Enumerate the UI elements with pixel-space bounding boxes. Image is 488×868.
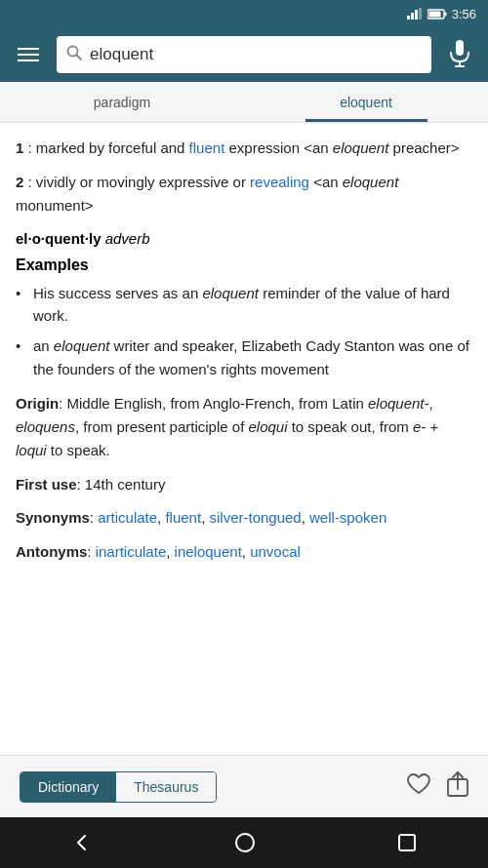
hamburger-button[interactable]: [10, 40, 47, 69]
favorite-button[interactable]: [406, 771, 431, 803]
status-time: 3:56: [452, 7, 476, 21]
tab-paradigm[interactable]: paradigm: [0, 82, 244, 122]
first-use-section: First use: 14th century: [16, 476, 472, 493]
recent-button[interactable]: [397, 833, 417, 852]
examples-title: Examples: [16, 256, 472, 274]
content-area: 1 : marked by forceful and fluent expres…: [0, 123, 488, 755]
antonym-ineloquent[interactable]: ineloquent: [175, 543, 242, 560]
definition-1: 1 : marked by forceful and fluent expres…: [16, 137, 472, 159]
svg-rect-15: [399, 835, 415, 850]
search-bar: [57, 36, 431, 73]
synonym-silver-tongued[interactable]: silver-tongued: [209, 509, 301, 526]
def1-text1: : marked by forceful and: [28, 139, 189, 156]
svg-rect-9: [456, 40, 464, 56]
def2-number: 2: [16, 174, 23, 190]
hamburger-line-1: [18, 48, 39, 50]
svg-rect-3: [419, 8, 422, 20]
svg-line-8: [77, 56, 82, 60]
svg-point-14: [236, 834, 254, 851]
battery-icon: [427, 9, 447, 20]
nav-bar: [0, 817, 488, 868]
svg-rect-1: [411, 13, 414, 20]
hamburger-line-2: [18, 54, 39, 56]
origin-label: Origin: [16, 395, 59, 412]
examples-list: His success serves as an eloquent remind…: [16, 282, 472, 380]
svg-rect-5: [428, 11, 440, 17]
def1-number: 1: [16, 139, 23, 156]
list-item: an eloquent writer and speaker, Elizabet…: [16, 335, 472, 380]
hamburger-line-3: [18, 59, 39, 61]
synonym-fluent[interactable]: fluent: [165, 509, 201, 526]
antonyms-section: Antonyms: inarticulate, ineloquent, unvo…: [16, 540, 472, 563]
status-icons: 3:56: [407, 7, 476, 21]
status-bar: 3:56: [0, 0, 488, 27]
def2-text1: : vividly or movingly expressive or: [28, 174, 251, 190]
definition-2: 2 : vividly or movingly expressive or re…: [16, 171, 472, 217]
ant-sep2: ,: [242, 543, 250, 560]
thesaurus-toggle-button[interactable]: Thesaurus: [116, 772, 216, 802]
synonyms-colon: :: [90, 509, 98, 526]
examples-section: Examples His success serves as an eloque…: [16, 256, 472, 380]
heart-icon: [406, 772, 431, 796]
back-button[interactable]: [71, 832, 93, 853]
tab-eloquent-label: eloquent: [340, 95, 392, 110]
share-icon: [447, 771, 468, 797]
adverb-word: el·o·quent·ly: [16, 230, 102, 247]
antonyms-colon: :: [87, 543, 95, 560]
recent-icon: [397, 833, 417, 852]
antonym-inarticulate[interactable]: inarticulate: [96, 543, 167, 560]
adverb-section: el·o·quent·ly adverb: [16, 230, 472, 247]
def2-link-revealing[interactable]: revealing: [250, 174, 309, 190]
origin-text: : Middle English, from Anglo-French, fro…: [16, 395, 438, 458]
synonym-well-spoken[interactable]: well-spoken: [309, 509, 386, 526]
signal-icon: [407, 8, 423, 20]
def1-link-fluent[interactable]: fluent: [189, 139, 225, 156]
header: [0, 27, 488, 82]
search-icon: [66, 45, 82, 64]
list-item: His success serves as an eloquent remind…: [16, 282, 472, 328]
synonym-articulate[interactable]: articulate: [98, 509, 157, 526]
bottom-actions: [406, 771, 468, 803]
back-icon: [71, 832, 93, 853]
first-use-label: First use: [16, 476, 77, 493]
tab-bar: paradigm eloquent: [0, 82, 488, 123]
ant-sep1: ,: [166, 543, 174, 560]
bottom-bar: Dictionary Thesaurus: [0, 755, 488, 817]
syn-sep3: ,: [302, 509, 309, 526]
synonyms-section: Synonyms: articulate, fluent, silver-ton…: [16, 506, 472, 529]
tab-paradigm-label: paradigm: [94, 95, 150, 110]
svg-rect-6: [444, 12, 446, 16]
tab-eloquent[interactable]: eloquent: [244, 82, 488, 122]
antonyms-label: Antonyms: [16, 543, 87, 560]
dictionary-toggle-button[interactable]: Dictionary: [20, 772, 116, 802]
home-button[interactable]: [234, 832, 256, 853]
search-input[interactable]: [90, 45, 422, 64]
def1-text2: expression <an eloquent preacher>: [224, 139, 459, 156]
synonyms-label: Synonyms: [16, 509, 90, 526]
mic-button[interactable]: [441, 32, 478, 78]
adverb-pos: adverb: [105, 230, 150, 247]
share-button[interactable]: [447, 771, 468, 803]
origin-section: Origin: Middle English, from Anglo-Frenc…: [16, 392, 472, 462]
home-icon: [234, 832, 256, 853]
antonym-unvocal[interactable]: unvocal: [250, 543, 301, 560]
svg-rect-0: [407, 16, 410, 20]
svg-rect-2: [415, 10, 418, 20]
mic-icon: [449, 40, 470, 67]
dict-thesaurus-toggle: Dictionary Thesaurus: [20, 771, 217, 803]
first-use-text: : 14th century: [77, 476, 166, 493]
